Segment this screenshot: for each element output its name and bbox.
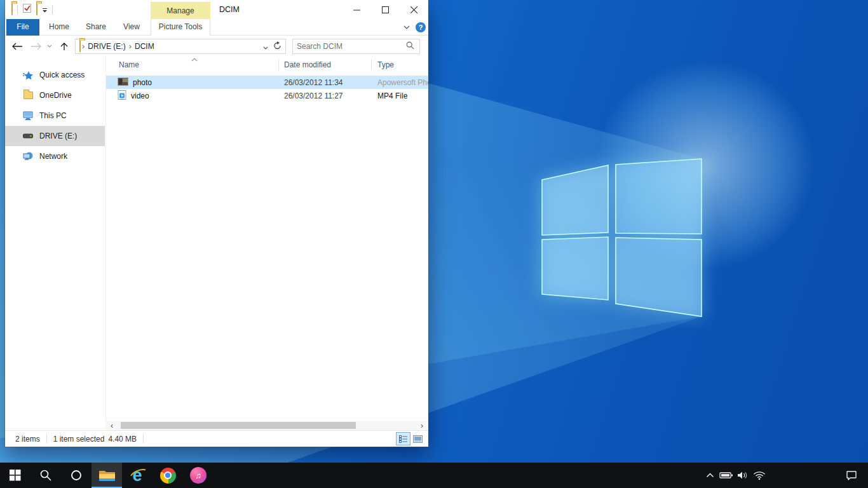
selection-count: 1 item selected	[53, 435, 105, 444]
taskbar-internet-explorer-button[interactable]: e	[122, 463, 153, 488]
this-pc-monitor-icon	[23, 111, 33, 121]
search-box	[292, 39, 420, 54]
wifi-icon[interactable]	[751, 463, 768, 488]
file-type: Apowersoft Photo	[371, 78, 428, 87]
drive-icon	[23, 131, 33, 141]
file-name: video	[131, 92, 149, 100]
file-explorer-icon	[98, 469, 116, 482]
file-rows: photo 26/03/2012 11:34 Apowersoft Photo …	[106, 76, 428, 102]
file-list-pane: Name Date modified Type photo 26/03/2012…	[105, 56, 428, 421]
video-file-icon	[118, 90, 126, 102]
system-tray	[702, 463, 868, 488]
thumbnail-view-icon[interactable]	[411, 433, 424, 445]
sort-ascending-icon	[191, 55, 198, 64]
search-icon	[39, 469, 52, 482]
tray-expand-chevron-icon[interactable]	[702, 463, 718, 488]
cortana-circle-icon	[71, 470, 82, 481]
address-bar[interactable]: › DRIVE (E:) › DCIM	[75, 39, 286, 54]
chrome-icon	[160, 468, 176, 484]
close-button[interactable]	[400, 0, 428, 19]
sidebar-item-label: This PC	[39, 111, 67, 120]
quick-access-star-icon	[23, 70, 33, 80]
contextual-tab-group[interactable]: Manage	[151, 2, 210, 19]
sidebar-item-drive-e[interactable]: DRIVE (E:)	[5, 126, 105, 146]
qat-dropdown-arrow-icon[interactable]	[42, 4, 48, 15]
table-row-photo[interactable]: photo 26/03/2012 11:34 Apowersoft Photo	[106, 76, 428, 89]
scroll-right-icon[interactable]: ›	[417, 421, 427, 430]
file-date-modified: 26/03/2012 11:34	[278, 78, 371, 87]
search-input[interactable]	[293, 42, 401, 51]
quick-access-toolbar	[11, 0, 53, 19]
sidebar-item-label: DRIVE (E:)	[39, 132, 77, 140]
network-icon	[23, 151, 33, 161]
items-count: 2 items	[15, 435, 40, 444]
refresh-icon[interactable]	[272, 41, 285, 52]
caption-buttons	[342, 0, 428, 19]
properties-check-icon[interactable]	[22, 3, 32, 16]
breadcrumb-separator-icon: ›	[81, 41, 86, 52]
action-center-icon[interactable]	[837, 463, 865, 488]
tab-share[interactable]: Share	[79, 19, 113, 36]
start-button[interactable]	[0, 463, 31, 488]
tab-view[interactable]: View	[116, 19, 147, 36]
status-separator	[143, 434, 144, 444]
forward-icon[interactable]	[28, 38, 44, 54]
column-separator[interactable]	[278, 59, 279, 71]
itunes-icon: ♫	[190, 467, 207, 484]
volume-icon[interactable]	[735, 463, 751, 488]
sidebar-item-onedrive[interactable]: OneDrive	[5, 85, 105, 105]
new-folder-icon[interactable]	[36, 4, 37, 15]
sidebar-item-label: Quick access	[39, 71, 85, 79]
breadcrumb-drive[interactable]: DRIVE (E:)	[86, 42, 127, 51]
internet-explorer-icon: e	[132, 467, 142, 484]
sidebar-item-label: OneDrive	[39, 91, 72, 100]
selection-size: 4.40 MB	[108, 435, 137, 444]
help-icon[interactable]: ?	[416, 22, 426, 32]
minimize-button[interactable]	[342, 0, 371, 19]
taskbar-chrome-button[interactable]	[153, 463, 183, 488]
address-folder-icon	[79, 41, 81, 52]
sidebar-item-this-pc[interactable]: This PC	[5, 105, 105, 126]
qat-separator	[17, 5, 18, 14]
file-name: photo	[133, 78, 152, 87]
recent-dropdown-icon[interactable]	[44, 38, 55, 54]
sidebar-item-label: Network	[39, 152, 67, 161]
column-header-date-modified[interactable]: Date modified	[278, 60, 371, 69]
horizontal-scrollbar[interactable]: ‹ ›	[105, 421, 428, 430]
sidebar-item-quick-access[interactable]: Quick access	[5, 65, 105, 85]
sidebar-item-network[interactable]: Network	[5, 146, 105, 166]
back-icon[interactable]	[9, 38, 25, 54]
maximize-button[interactable]	[371, 0, 400, 19]
taskbar: e ♫	[0, 463, 868, 488]
taskbar-file-explorer-button[interactable]	[92, 463, 122, 488]
taskbar-itunes-button[interactable]: ♫	[183, 463, 214, 488]
windows-start-icon	[10, 470, 21, 481]
details-view-icon[interactable]	[397, 433, 410, 445]
ribbon-tab-row: File Home Share View Picture Tools ?	[5, 19, 428, 36]
file-type: MP4 File	[371, 92, 428, 100]
up-icon[interactable]	[56, 38, 72, 54]
table-row-video[interactable]: video 26/03/2012 11:27 MP4 File	[106, 89, 428, 102]
onedrive-folder-icon	[23, 90, 33, 100]
address-dropdown-icon[interactable]	[259, 41, 272, 52]
search-icon[interactable]	[401, 41, 419, 52]
tab-file[interactable]: File	[6, 19, 39, 36]
breadcrumb-dcim[interactable]: DCIM	[133, 42, 156, 51]
cortana-button[interactable]	[61, 463, 92, 488]
column-separator[interactable]	[371, 59, 372, 71]
explorer-window: Manage DCIM File Home Share View Picture…	[5, 0, 428, 447]
qat-folder-icon[interactable]	[11, 4, 13, 15]
scrollbar-thumb[interactable]	[121, 422, 356, 429]
status-separator	[46, 434, 47, 444]
tab-home[interactable]: Home	[42, 19, 76, 36]
title-bar: Manage DCIM	[5, 0, 428, 19]
scroll-left-icon[interactable]: ‹	[107, 421, 117, 430]
battery-icon[interactable]	[718, 463, 735, 488]
windows-logo	[534, 151, 709, 324]
photo-thumbnail-icon	[118, 78, 128, 88]
ribbon-collapse-chevron-icon[interactable]	[400, 22, 413, 33]
column-header-type[interactable]: Type	[371, 60, 428, 69]
taskbar-search-button[interactable]	[31, 463, 61, 488]
file-date-modified: 26/03/2012 11:27	[278, 92, 371, 100]
tab-picture-tools[interactable]: Picture Tools	[151, 19, 210, 36]
